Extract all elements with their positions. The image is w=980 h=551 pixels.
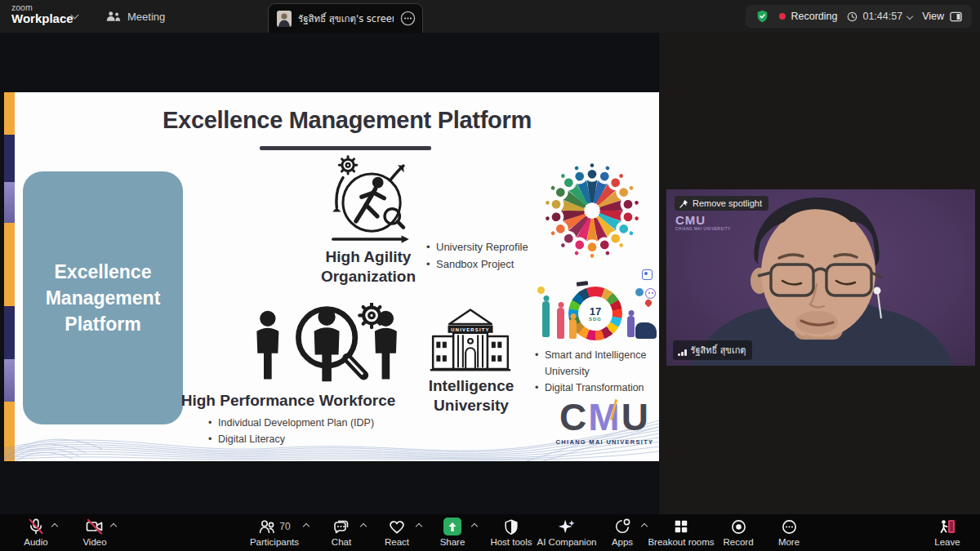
- cmu-watermark-subtext: CHIANG MAI UNIVERSITY: [675, 228, 731, 232]
- cmu-logo-letters: CMU: [546, 398, 659, 436]
- university-building-icon: UNIVERSITY: [419, 308, 522, 373]
- participant-avatar: [277, 11, 292, 27]
- meeting-timer[interactable]: 01:44:57: [847, 11, 912, 22]
- participants-button[interactable]: 70 Participants: [237, 517, 312, 549]
- bullet-item: Digital Transformation: [535, 380, 657, 396]
- breakout-rooms-label: Breakout rooms: [648, 537, 714, 547]
- host-tools-label: Host tools: [490, 537, 532, 547]
- leave-door-icon: [938, 518, 956, 535]
- ai-companion-label: AI Companion: [537, 537, 597, 547]
- people-icon: [106, 10, 121, 23]
- share-button[interactable]: Share: [431, 517, 474, 549]
- cmu-letter-c: C: [559, 396, 588, 438]
- sdg-doodle-person: [627, 316, 635, 337]
- view-button[interactable]: View: [922, 11, 962, 22]
- camera-muted-icon: [85, 518, 105, 535]
- apps-button[interactable]: Apps: [603, 517, 642, 549]
- react-button[interactable]: React: [376, 517, 418, 549]
- sdg-illustration: 17 SDG: [531, 280, 659, 357]
- robot-glyph-decoration: [645, 288, 656, 299]
- cmu-watermark-title: CMU: [675, 214, 731, 226]
- participants-chevron-icon[interactable]: [303, 523, 310, 530]
- more-button[interactable]: More: [769, 517, 808, 549]
- slide-accent-stripes: [4, 92, 15, 461]
- chat-button[interactable]: Chat: [322, 517, 361, 549]
- bullet-item: Sandbox Project: [426, 256, 528, 273]
- mic-muted-icon: [27, 518, 45, 535]
- emp-side-box: Excellence Management Platform: [23, 171, 183, 424]
- university-banner-label: UNIVERSITY: [451, 327, 489, 332]
- participants-icon: [258, 518, 276, 535]
- audio-button[interactable]: Audio: [13, 517, 59, 549]
- agility-heading: High Agility Organization: [294, 247, 443, 287]
- shared-screen-region: Excellence Management Platform Excellenc…: [0, 33, 659, 514]
- tab-meeting[interactable]: Meeting: [106, 0, 165, 33]
- zoom-workplace-logo: zoom Workplace: [11, 3, 74, 25]
- leave-button[interactable]: Leave: [924, 517, 970, 549]
- apps-icon: [613, 518, 631, 535]
- top-bar: zoom Workplace Meeting รัฐสิทธิ์ สุขเกตุ…: [0, 0, 980, 33]
- cmu-letter-m: M: [588, 396, 621, 438]
- recording-label: Recording: [791, 11, 837, 22]
- video-button[interactable]: Video: [72, 517, 118, 549]
- slide-title: Excellence Management Platform: [135, 107, 559, 134]
- remove-spotlight-button[interactable]: Remove spotlight: [675, 196, 768, 211]
- remove-spotlight-label: Remove spotlight: [693, 198, 762, 208]
- record-button[interactable]: Record: [715, 517, 761, 549]
- meeting-tab-label: Meeting: [127, 11, 165, 23]
- host-tools-shield-icon: [503, 518, 519, 535]
- audio-chevron-icon[interactable]: [51, 523, 58, 530]
- meeting-status-cluster: Recording 01:44:57 View: [746, 5, 972, 28]
- video-label: Video: [82, 537, 106, 547]
- record-icon: [730, 518, 747, 535]
- recording-indicator[interactable]: Recording: [779, 11, 837, 22]
- audio-label: Audio: [24, 537, 47, 547]
- sdg-doodle-heart: [644, 298, 653, 307]
- breakout-rooms-button[interactable]: Breakout rooms: [642, 517, 720, 549]
- participant-video-tile[interactable]: Remove spotlight CMU CHIANG MAI UNIVERSI…: [666, 189, 975, 366]
- heart-icon: [388, 518, 406, 535]
- university-heading-line1: Intelligence: [417, 376, 525, 396]
- sdg-doodle-bulb: [537, 287, 545, 294]
- tab-options-ellipsis-icon[interactable]: [400, 11, 416, 26]
- security-shield-icon[interactable]: [755, 9, 769, 24]
- ai-sparkle-icon: [558, 518, 576, 535]
- university-bullet-list: Smart and Intelligence University Digita…: [535, 347, 657, 396]
- chat-chevron-icon[interactable]: [360, 523, 367, 530]
- pin-icon: [679, 199, 688, 208]
- zoom-meeting-window: zoom Workplace Meeting รัฐสิทธิ์ สุขเกตุ…: [0, 0, 980, 551]
- share-tab-label: รัฐสิทธิ์ สุขเกตุ's screen: [298, 11, 394, 26]
- share-chevron-icon[interactable]: [471, 523, 478, 530]
- people-circle-illustration: [531, 156, 653, 265]
- cmu-letter-u: U: [621, 396, 650, 438]
- ai-companion-button[interactable]: AI Companion: [529, 517, 604, 549]
- tab-shared-screen[interactable]: รัฐสิทธิ์ สุขเกตุ's screen: [268, 3, 423, 33]
- video-chevron-icon[interactable]: [110, 523, 117, 530]
- sdg-doodle-person: [542, 301, 550, 337]
- recording-dot-icon: [779, 13, 786, 20]
- sdg-doodle-gear: [635, 288, 644, 296]
- agility-bullet-list: University Reprofile Sandbox Project: [426, 239, 528, 273]
- sdg-label: SDG: [589, 317, 602, 322]
- workforce-heading: High Performance Workforce: [163, 391, 413, 411]
- university-heading: Intelligence University: [417, 376, 525, 415]
- workforce-people-icon: [234, 303, 424, 389]
- sdg-number: 17: [590, 306, 601, 317]
- participants-label: Participants: [250, 537, 299, 547]
- signal-bars-icon: [678, 349, 687, 358]
- view-label: View: [922, 11, 944, 22]
- apps-glyph-decoration: [642, 269, 653, 280]
- presentation-slide: Excellence Management Platform Excellenc…: [4, 92, 659, 461]
- participant-name: รัฐสิทธิ์ สุขเกตุ: [691, 343, 746, 358]
- timer-chevron-down-icon: [906, 13, 913, 20]
- apps-label: Apps: [612, 537, 633, 547]
- leave-label: Leave: [934, 537, 960, 547]
- bullet-item: Smart and Intelligence University: [535, 347, 657, 380]
- sdg-doodle-cap: [577, 281, 589, 287]
- timer-value: 01:44:57: [862, 11, 902, 22]
- agility-runner-icon: [317, 148, 421, 247]
- agility-heading-line1: High Agility: [294, 247, 443, 267]
- view-layout-icon: [950, 11, 962, 22]
- share-label: Share: [440, 537, 466, 547]
- react-chevron-icon[interactable]: [416, 523, 422, 530]
